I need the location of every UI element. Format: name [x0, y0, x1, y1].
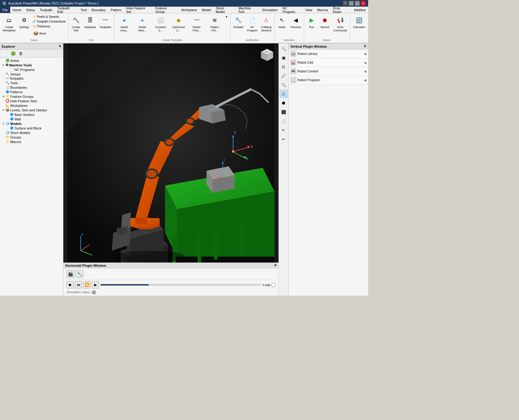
menu-item-model[interactable]: Model	[199, 7, 213, 13]
menu-item-feature_group[interactable]: Feature Group	[153, 7, 179, 13]
explorer-delete-button[interactable]: 🗑	[18, 50, 24, 56]
calculator-button[interactable]: 🔢 Calculator	[352, 14, 367, 30]
menu-item-boundary[interactable]: Boundary	[89, 7, 108, 13]
menu-item-nc_program[interactable]: NC Program	[280, 7, 303, 13]
explorer-close-button[interactable]: ✕	[59, 44, 61, 48]
vp-zoom-in-button[interactable]: 🔍	[280, 81, 288, 89]
tree-item-setups[interactable]: 🔧Setups	[0, 72, 63, 76]
settings-button[interactable]: ⚙ Settings	[18, 14, 31, 30]
tree-item-boundaries[interactable]: ⬜Boundaries	[0, 85, 63, 90]
sim-play-button[interactable]: ▶	[92, 281, 99, 288]
pattern-finish-button[interactable]: ≋ Pattern Fini...	[206, 14, 224, 33]
tree-item-tools[interactable]: 🔨Tools	[0, 81, 63, 85]
menu-item-view[interactable]: View	[303, 7, 315, 13]
menu-item-stock_model[interactable]: Stock Model	[213, 7, 236, 13]
sim-prev-button[interactable]: ⏮	[75, 281, 82, 288]
menu-item-workplane[interactable]: Workplane	[179, 7, 199, 13]
help-button[interactable]: ?	[343, 1, 348, 6]
plugin-item-robot_program[interactable]: 📋Robot Program◀	[288, 76, 368, 84]
vp-search-button[interactable]: 🔍	[280, 45, 288, 52]
mode-button[interactable]: ↖ Mode	[276, 14, 288, 30]
previous-button[interactable]: ◀ Previous	[289, 14, 303, 30]
feeds-speeds-button[interactable]: ⚡ Feeds & Speeds	[31, 14, 67, 19]
nc-program-verify-button[interactable]: 📄 NCProgram	[246, 14, 259, 33]
colliding-sections-button[interactable]: ⚠ CollidingSections	[260, 14, 273, 33]
sim-icon2[interactable]: 🔧	[75, 270, 83, 278]
right-panel-close[interactable]: ✕	[364, 44, 366, 48]
explorer-new-button[interactable]: 📄	[1, 50, 9, 56]
maximize-button[interactable]: □	[355, 1, 360, 6]
sim-rewind-button[interactable]: ⏪	[83, 281, 91, 288]
menu-item-toolpath[interactable]: Toolpath	[37, 7, 55, 13]
bottom-plugin-close[interactable]: ✕	[274, 263, 277, 267]
toolpath-connections-button[interactable]: 🔗 Toolpath Connections	[31, 19, 67, 24]
tree-item-active[interactable]: 🟢Active	[0, 58, 63, 63]
menu-item-toolpath_edit[interactable]: Toolpath Edit	[55, 7, 78, 13]
plugin-item-robot_library[interactable]: 🤖Robot Library◀	[288, 49, 368, 58]
echo-commands-button[interactable]: 📢 EchoCommands	[332, 14, 349, 33]
plugin-item-robot_control[interactable]: 🎮Robot Control◀	[288, 67, 368, 76]
model-rest-button[interactable]: ● Model Rest...	[134, 14, 151, 33]
tree-item-feature_groups[interactable]: ▼📁Feature Groups	[0, 94, 63, 99]
sim-help-icon[interactable]: ?	[92, 290, 96, 294]
vp-top-button[interactable]: ⬛	[280, 108, 288, 116]
block-button[interactable]: 📦 Block	[31, 29, 67, 38]
tree-item-models[interactable]: ▼🧊Models	[0, 121, 63, 126]
tree-item-toolpaths[interactable]: 〰Toolpaths	[0, 76, 63, 81]
toolpaths-button[interactable]: 〰 Toolpaths	[98, 14, 113, 30]
menu-item-setup[interactable]: Setup	[24, 7, 37, 13]
model-area-button[interactable]: ● Model Area...	[116, 14, 133, 33]
sim-progress-slider[interactable]	[100, 284, 262, 286]
vp-select-button[interactable]: ▣	[280, 54, 288, 62]
tree-item-groups[interactable]: 📁Groups	[0, 135, 63, 139]
tree-item-stock_models[interactable]: 🧊Stock Models	[0, 130, 63, 135]
tree-item-workplanes[interactable]: 📐Workplanes	[0, 103, 63, 108]
plugin-item-robot_cell[interactable]: 🏭Robot Cell◀	[288, 58, 368, 67]
vp-zoom-out-button[interactable]: 🔎	[280, 72, 288, 80]
menu-item-macros[interactable]: Macros	[315, 7, 330, 13]
tree-item-base_surface[interactable]: 🔷Base Surface	[0, 112, 63, 117]
sim-icon1[interactable]: 🎬	[66, 270, 74, 278]
menu-item-hole_feature_set[interactable]: Hole Feature Set	[124, 7, 153, 13]
tree-item-surface_block[interactable]: 🔷Surface and Block	[0, 126, 63, 130]
close-button[interactable]: ✕	[361, 1, 366, 6]
vp-3d-button[interactable]: ⬢	[280, 99, 288, 107]
menu-item-additive[interactable]: Additive	[352, 7, 368, 13]
tree-item-patterns[interactable]: 🔷Patterns	[0, 90, 63, 94]
menu-item-tool[interactable]: Tool	[78, 7, 89, 13]
vp-zoom-fit-button[interactable]: ⊡	[280, 63, 288, 71]
raster-finish-button[interactable]: 〰 Raster Finis...	[188, 14, 205, 33]
vp-cursor-button[interactable]: ↖	[280, 126, 288, 134]
menu-item-simulation[interactable]: Simulation	[260, 7, 280, 13]
explorer-folder-button[interactable]: 🟢	[9, 50, 17, 56]
create-tool-button[interactable]: 🔨 CreateTool	[70, 14, 82, 33]
vp-iso-button[interactable]: ⬡	[280, 90, 288, 98]
menu-item-file[interactable]: File	[0, 7, 10, 13]
thickness-button[interactable]: 📏 Thickness	[31, 24, 67, 29]
tree-item-levels_sets_clamps[interactable]: ▼📦Levels, Sets and Clamps	[0, 108, 63, 112]
tree-item-hole_feature_sets[interactable]: ⭕Hole Feature Sets	[0, 99, 63, 103]
toolpath-verify-button[interactable]: 🔧 Toolpath	[232, 14, 245, 30]
tree-item-nc_programs[interactable]: 📄NC Programs	[0, 67, 63, 72]
optimised-c-button[interactable]: ◆ Optimised C...	[170, 14, 187, 33]
measure-button[interactable]: 📏 Measure	[367, 14, 368, 30]
more-toolpaths-button[interactable]: ▼	[224, 14, 229, 20]
run-button[interactable]: ▶ Run	[305, 14, 318, 30]
record-button[interactable]: ⏺ Record	[319, 14, 331, 30]
menu-item-home[interactable]: Home	[10, 7, 24, 13]
tree-item-machine_tools[interactable]: ▼⚙Machine Tools	[0, 63, 63, 67]
tree-item-macros[interactable]: ⚡Macros	[0, 139, 63, 144]
sim-record-button[interactable]: ⏺	[66, 281, 74, 288]
vp-front-button[interactable]: ⬜	[280, 117, 288, 125]
constant-z-button[interactable]: ⬜ Constant Z...	[152, 14, 169, 33]
vp-undo-button[interactable]: ↩	[280, 135, 288, 143]
menu-item-drop_down[interactable]: Drop Down	[330, 7, 352, 13]
view-cube[interactable]: TOP	[258, 46, 276, 64]
tree-item-wall[interactable]: 🔷Wall	[0, 117, 63, 121]
minimize-button[interactable]: —	[349, 1, 354, 6]
menu-item-pattern[interactable]: Pattern	[108, 7, 124, 13]
loop-checkbox[interactable]	[272, 283, 275, 287]
menu-item-machine_tool[interactable]: Machine Tool	[236, 7, 260, 13]
viewport[interactable]: Z Y X	[63, 43, 279, 262]
database-button[interactable]: 🗄 Database	[83, 14, 98, 30]
